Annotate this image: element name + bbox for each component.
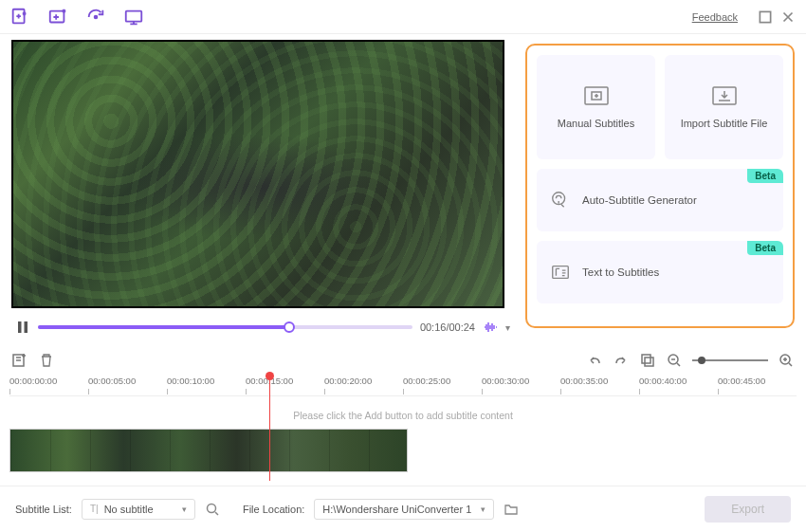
text-to-subtitles-icon [550,262,571,283]
chevron-down-icon: ▾ [481,504,485,514]
subtitle-options-panel: Manual Subtitles Import Subtitle File Be… [522,34,806,347]
refresh-icon[interactable] [85,7,106,28]
undo-icon[interactable] [586,352,603,369]
pause-button[interactable] [15,320,30,335]
preview-column: 00:16/00:24 ▾ [0,34,522,347]
redo-icon[interactable] [613,352,630,369]
add-subtitle-icon[interactable] [11,352,28,369]
subtitle-list-select[interactable]: T| No subtitle ▾ [82,499,195,520]
import-subtitle-icon [711,85,738,106]
manual-subtitles-label: Manual Subtitles [558,118,634,129]
auto-subtitle-label: Auto-Subtitle Generator [582,194,697,206]
svg-point-17 [207,504,215,512]
svg-rect-14 [645,358,653,366]
subtitle-hint: Please click the Add button to add subti… [9,396,797,429]
folder-icon[interactable] [504,502,519,517]
file-location-select[interactable]: H:\Wondershare UniConverter 1 ▾ [314,499,494,520]
feedback-link[interactable]: Feedback [692,11,738,23]
zoom-slider[interactable] [692,359,768,361]
manual-subtitles-card[interactable]: Manual Subtitles [537,55,655,159]
maximize-icon[interactable] [757,9,774,26]
tick: 00:00:35:00 [560,374,639,386]
file-location-value: H:\Wondershare UniConverter 1 [322,504,471,515]
tick: 00:00:05:00 [88,374,167,386]
close-icon[interactable] [779,9,797,26]
svg-point-2 [95,15,98,18]
auto-subtitle-card[interactable]: Beta Auto-Subtitle Generator [537,169,783,231]
tick: 00:00:20:00 [324,374,403,386]
import-subtitle-label: Import Subtitle File [681,118,768,129]
export-button[interactable]: Export [705,496,791,523]
titlebar: Feedback [0,0,806,34]
tick: 00:00:25:00 [403,374,482,386]
svg-rect-3 [126,10,142,21]
progress-bar[interactable] [38,325,412,329]
zoom-out-icon[interactable] [666,352,683,369]
time-display: 00:16/00:24 [420,321,475,333]
time-ruler[interactable]: 00:00:00:00 00:00:05:00 00:00:10:00 00:0… [9,374,797,396]
svg-rect-13 [642,355,650,363]
tick: 00:00:45:00 [718,374,797,386]
svg-rect-5 [18,321,22,333]
playhead[interactable] [269,374,271,481]
bottom-bar: Subtitle List: T| No subtitle ▾ File Loc… [0,486,806,531]
tick: 00:00:10:00 [167,374,246,386]
tick: 00:00:40:00 [639,374,718,386]
timeline: 00:00:00:00 00:00:05:00 00:00:10:00 00:0… [0,374,806,472]
add-media-icon[interactable] [47,7,68,28]
tick: 00:00:00:00 [9,374,88,386]
svg-rect-4 [760,11,770,22]
text-to-subtitles-card[interactable]: Beta Text to Subtitles [537,241,783,303]
delete-icon[interactable] [38,352,55,369]
video-thumbnail-track[interactable] [9,429,408,472]
svg-rect-11 [553,266,569,279]
tick: 00:00:30:00 [482,374,560,386]
search-icon[interactable] [205,502,220,517]
import-subtitle-card[interactable]: Import Subtitle File [665,55,783,159]
file-location-label: File Location: [243,504,304,515]
chevron-down-icon: ▾ [182,504,187,514]
add-file-icon[interactable] [9,7,30,28]
auto-subtitle-icon [550,190,571,211]
video-preview[interactable] [11,40,504,308]
manual-subtitles-icon [583,85,610,106]
screen-icon[interactable] [123,7,144,28]
text-to-subtitles-label: Text to Subtitles [582,266,659,278]
main-area: 00:16/00:24 ▾ Manual Subtitles Import Su… [0,34,806,347]
player-menu-icon[interactable]: ▾ [505,322,510,333]
subtitle-list-label: Subtitle List: [15,504,72,515]
crop-icon[interactable] [639,352,656,369]
subtitle-list-value: No subtitle [104,504,154,515]
timeline-toolbar [0,347,806,374]
toolbar [9,7,144,28]
zoom-in-icon[interactable] [778,352,795,369]
options-box: Manual Subtitles Import Subtitle File Be… [525,44,795,328]
svg-rect-6 [25,321,28,333]
waveform-icon[interactable] [483,320,498,335]
player-controls: 00:16/00:24 ▾ [11,314,514,341]
beta-badge: Beta [747,241,783,255]
tick: 00:00:15:00 [246,374,324,386]
beta-badge: Beta [747,169,783,183]
